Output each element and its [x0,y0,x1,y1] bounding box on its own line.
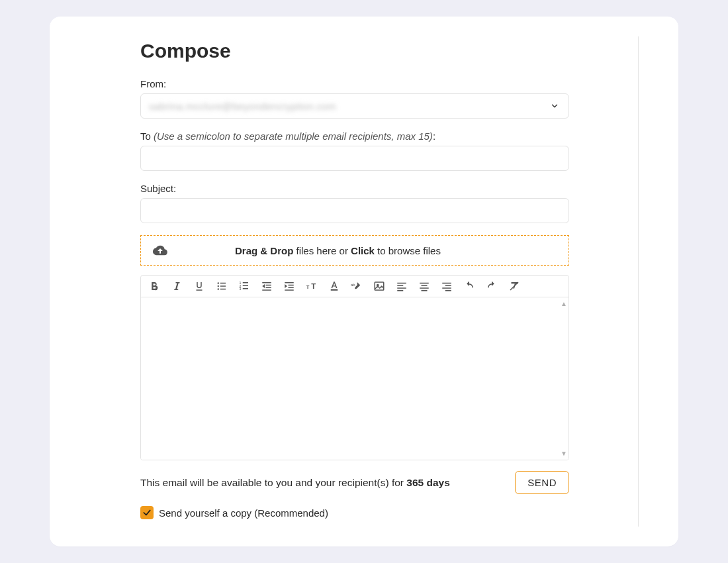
svg-text:ab: ab [351,283,355,287]
footer-row: This email will be available to you and … [140,471,569,494]
to-input[interactable] [140,146,569,171]
outdent-icon[interactable] [260,280,273,293]
svg-text:T: T [311,282,316,290]
redo-icon[interactable] [485,280,498,293]
from-label: From: [140,78,569,89]
svg-rect-11 [243,288,248,289]
svg-rect-28 [397,283,406,284]
to-label-post: : [433,130,435,142]
scroll-down-icon[interactable]: ▼ [561,450,567,457]
align-left-icon[interactable] [395,280,408,293]
svg-rect-20 [285,289,294,291]
svg-rect-34 [420,287,429,289]
availability-pre: This email will be available to you and … [140,477,406,488]
svg-point-0 [218,282,219,283]
compose-card: Compose From: sabrina.mcclure@beyondencr… [50,17,678,546]
svg-rect-29 [397,285,403,287]
svg-rect-35 [422,290,428,291]
dropzone-t1: files here or [293,245,351,256]
undo-icon[interactable] [463,280,476,293]
rich-text-editor: 123 TT ab ▲ ▼ [140,275,569,460]
svg-rect-10 [243,285,248,287]
cloud-upload-icon [152,243,169,258]
indent-icon[interactable] [283,280,296,293]
vertical-divider [638,36,639,527]
align-right-icon[interactable] [440,280,453,293]
svg-rect-38 [442,287,451,289]
bullet-list-icon[interactable] [215,280,228,293]
dropzone-bold2: Click [351,245,375,256]
svg-rect-14 [266,287,271,289]
from-value: sabrina.mcclure@beyondencryption.com [149,101,336,112]
highlight-icon[interactable]: ab [350,280,363,293]
page-title: Compose [140,40,569,62]
attachment-dropzone[interactable]: Drag & Drop files here or Click to brows… [140,235,569,266]
svg-rect-18 [289,285,294,286]
subject-label: Subject: [140,183,569,194]
svg-marker-16 [262,284,265,288]
svg-rect-24 [331,289,338,291]
availability-days: 365 days [406,477,450,488]
svg-rect-12 [262,282,271,283]
svg-marker-21 [285,284,287,288]
svg-text:3: 3 [240,287,242,291]
svg-rect-30 [397,287,406,289]
svg-rect-36 [442,283,451,284]
editor-textarea[interactable]: ▲ ▼ [141,297,569,460]
chevron-down-icon [550,101,559,111]
dropzone-text: Drag & Drop files here or Click to brows… [235,245,441,256]
svg-rect-19 [289,287,294,289]
svg-rect-4 [220,285,226,287]
bold-icon[interactable] [148,280,161,293]
svg-rect-15 [262,289,271,291]
svg-point-1 [218,285,219,287]
dropzone-bold1: Drag & Drop [235,245,293,256]
to-hint: (Use a semicolon to separate multiple em… [154,130,433,142]
font-size-icon[interactable]: TT [305,280,318,293]
svg-rect-32 [420,283,429,284]
svg-rect-9 [243,282,248,283]
from-select[interactable]: sabrina.mcclure@beyondencryption.com [140,93,569,119]
send-copy-label: Send yourself a copy (Recommended) [159,507,328,519]
underline-icon[interactable] [193,280,206,293]
subject-input[interactable] [140,198,569,223]
svg-rect-37 [445,285,451,287]
svg-rect-17 [285,282,294,283]
italic-icon[interactable] [170,280,183,293]
svg-rect-13 [266,285,271,286]
dropzone-t2: to browse files [375,245,441,256]
svg-rect-39 [445,290,451,291]
send-copy-row: Send yourself a copy (Recommended) [140,506,569,519]
svg-rect-3 [220,283,226,284]
svg-point-2 [218,288,219,289]
editor-toolbar: 123 TT ab [141,276,569,297]
svg-rect-31 [397,290,403,291]
svg-text:T: T [306,284,310,290]
number-list-icon[interactable]: 123 [238,280,251,293]
to-label-pre: To [140,130,154,142]
send-button[interactable]: SEND [515,471,569,494]
align-center-icon[interactable] [418,280,431,293]
svg-rect-5 [220,289,226,290]
availability-text: This email will be available to you and … [140,477,450,489]
svg-rect-33 [422,285,428,287]
clear-format-icon[interactable] [508,280,521,293]
send-copy-checkbox[interactable] [140,506,154,519]
font-color-icon[interactable] [328,280,341,293]
scroll-up-icon[interactable]: ▲ [561,300,567,307]
image-icon[interactable] [373,280,386,293]
to-label: To (Use a semicolon to separate multiple… [140,130,569,142]
